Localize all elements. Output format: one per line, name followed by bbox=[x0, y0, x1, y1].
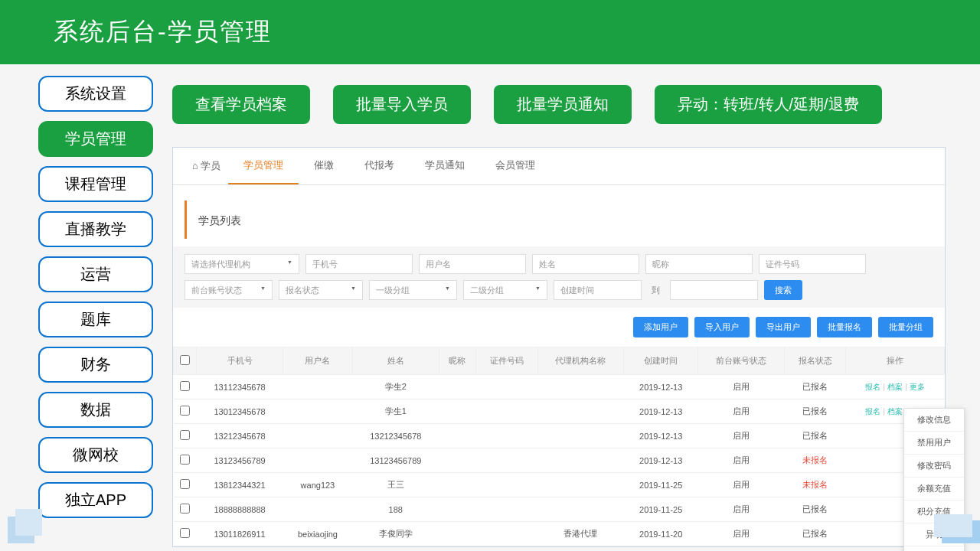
bulk-btn-4[interactable]: 批量分组 bbox=[878, 317, 933, 337]
cell-created: 2019-12-13 bbox=[624, 375, 698, 399]
table-header: 用户名 bbox=[283, 347, 353, 375]
home-icon: ⌂ bbox=[192, 160, 198, 171]
action-btn-2[interactable]: 批量学员通知 bbox=[494, 85, 632, 124]
sidebar-item-5[interactable]: 题库 bbox=[38, 302, 153, 337]
filter-createtime-start[interactable]: 创建时间 bbox=[554, 280, 642, 300]
action-btn-0[interactable]: 查看学员档案 bbox=[172, 85, 310, 124]
filter-createtime-end[interactable] bbox=[670, 280, 758, 300]
row-checkbox[interactable] bbox=[180, 455, 190, 465]
cell-signup-status: 已报名 bbox=[784, 424, 845, 448]
cell-created: 2019-12-13 bbox=[624, 399, 698, 424]
filter-to-label: 到 bbox=[648, 280, 664, 300]
cell-phone: 13011826911 bbox=[197, 522, 283, 546]
row-checkbox[interactable] bbox=[180, 479, 190, 489]
select-all-checkbox[interactable] bbox=[180, 355, 190, 365]
row-checkbox[interactable] bbox=[180, 528, 190, 538]
cell-signup-status: 已报名 bbox=[784, 375, 845, 399]
dropdown-item-2[interactable]: 修改密码 bbox=[904, 455, 964, 478]
action-more[interactable]: 更多 bbox=[910, 383, 925, 391]
cell-username bbox=[283, 497, 353, 522]
sidebar-item-2[interactable]: 课程管理 bbox=[38, 166, 153, 202]
cell-name: 188 bbox=[352, 497, 439, 522]
cell-phone: 18888888888 bbox=[197, 497, 283, 522]
dropdown-item-3[interactable]: 余额充值 bbox=[904, 478, 964, 500]
sidebar-item-7[interactable]: 数据 bbox=[38, 392, 153, 428]
cell-agent: 香港代理 bbox=[537, 522, 624, 546]
sidebar-item-1[interactable]: 学员管理 bbox=[38, 121, 153, 157]
page-title: 系统后台-学员管理 bbox=[0, 0, 980, 64]
action-btn-3[interactable]: 异动：转班/转人/延期/退费 bbox=[655, 85, 882, 124]
sidebar-item-6[interactable]: 财务 bbox=[38, 347, 153, 383]
filter-signup-status[interactable]: 报名状态 bbox=[279, 280, 363, 300]
cell-name: 13212345678 bbox=[352, 424, 439, 448]
cell-signup-status: 已报名 bbox=[784, 522, 845, 546]
table-header: 昵称 bbox=[439, 347, 475, 375]
row-checkbox[interactable] bbox=[180, 430, 190, 440]
bulk-btn-2[interactable]: 导出用户 bbox=[756, 317, 811, 337]
cell-created: 2019-12-13 bbox=[624, 424, 698, 448]
cell-agent bbox=[537, 473, 624, 497]
dropdown-item-0[interactable]: 修改信息 bbox=[904, 409, 964, 432]
filter-idcard[interactable]: 证件号码 bbox=[759, 254, 866, 274]
row-checkbox[interactable] bbox=[180, 504, 190, 514]
cell-idcard bbox=[476, 497, 537, 522]
sidebar-item-8[interactable]: 微网校 bbox=[38, 437, 153, 473]
filter-name[interactable]: 姓名 bbox=[532, 254, 639, 274]
table-row: 13012345678 学生1 2019-12-13 启用 已报名 报名 | 档… bbox=[174, 399, 945, 424]
table-header: 姓名 bbox=[352, 347, 439, 375]
search-button[interactable]: 搜索 bbox=[764, 280, 802, 300]
cell-idcard bbox=[476, 473, 537, 497]
sidebar-item-0[interactable]: 系统设置 bbox=[38, 76, 153, 112]
cell-idcard bbox=[476, 522, 537, 546]
panel-tab-2[interactable]: 代报考 bbox=[349, 148, 410, 184]
action-btn-1[interactable]: 批量导入学员 bbox=[333, 85, 471, 124]
cell-phone: 13123456789 bbox=[197, 448, 283, 473]
cell-signup-status: 未报名 bbox=[784, 473, 845, 497]
sidebar-item-9[interactable]: 独立APP bbox=[38, 482, 153, 518]
action-buttons-row: 查看学员档案批量导入学员批量学员通知异动：转班/转人/延期/退费 bbox=[172, 85, 980, 124]
cell-account-status: 启用 bbox=[698, 424, 785, 448]
panel-home-icon: ⌂ 学员 bbox=[185, 148, 228, 184]
cell-account-status: 启用 bbox=[698, 375, 785, 399]
cell-nickname bbox=[439, 399, 475, 424]
table-header: 手机号 bbox=[197, 347, 283, 375]
cell-created: 2019-12-13 bbox=[624, 448, 698, 473]
filter-agent[interactable]: 请选择代理机构 bbox=[185, 254, 299, 274]
panel-tab-3[interactable]: 学员通知 bbox=[410, 148, 480, 184]
cell-phone: 13112345678 bbox=[197, 375, 283, 399]
filter-account-status[interactable]: 前台账号状态 bbox=[185, 280, 273, 300]
table-row: 13112345678 学生2 2019-12-13 启用 已报名 报名 | 档… bbox=[174, 375, 945, 399]
filter-bar: 请选择代理机构 手机号 用户名 姓名 昵称 证件号码 前台账号状态 报名状态 一… bbox=[173, 246, 945, 308]
cell-signup-status: 已报名 bbox=[784, 399, 845, 424]
table-header: 报名状态 bbox=[784, 347, 845, 375]
dropdown-item-1[interactable]: 禁用用户 bbox=[904, 432, 964, 455]
bulk-btn-0[interactable]: 添加用户 bbox=[633, 317, 688, 337]
list-title: 学员列表 bbox=[185, 201, 945, 239]
sidebar-item-3[interactable]: 直播教学 bbox=[38, 211, 153, 247]
sidebar-item-4[interactable]: 运营 bbox=[38, 256, 153, 292]
table-header: 创建时间 bbox=[624, 347, 698, 375]
bulk-btn-3[interactable]: 批量报名 bbox=[817, 317, 872, 337]
filter-username[interactable]: 用户名 bbox=[419, 254, 526, 274]
action-signup[interactable]: 报名 bbox=[865, 383, 880, 391]
panel-tab-0[interactable]: 学员管理 bbox=[228, 148, 299, 184]
row-checkbox[interactable] bbox=[180, 381, 190, 391]
action-signup[interactable]: 报名 bbox=[865, 407, 880, 416]
bulk-btn-1[interactable]: 导入用户 bbox=[694, 317, 750, 337]
dropdown-item-6[interactable]: 约课 bbox=[904, 546, 964, 551]
filter-nickname[interactable]: 昵称 bbox=[645, 254, 753, 274]
filter-group1[interactable]: 一级分组 bbox=[369, 280, 457, 300]
sidebar: 系统设置学员管理课程管理直播教学运营题库财务数据微网校独立APP bbox=[38, 76, 153, 547]
filter-group2[interactable]: 二级分组 bbox=[463, 280, 547, 300]
action-archive[interactable]: 档案 bbox=[887, 383, 903, 391]
panel-tab-4[interactable]: 会员管理 bbox=[480, 148, 550, 184]
panel-tab-1[interactable]: 催缴 bbox=[299, 148, 349, 184]
decoration-bottom-left bbox=[8, 517, 34, 543]
cell-name: 学生2 bbox=[352, 375, 439, 399]
table-row: 13123456789 13123456789 2019-12-13 启用 未报… bbox=[174, 448, 945, 473]
cell-idcard bbox=[476, 424, 537, 448]
filter-phone[interactable]: 手机号 bbox=[305, 254, 413, 274]
action-archive[interactable]: 档案 bbox=[887, 407, 903, 416]
row-checkbox[interactable] bbox=[180, 406, 190, 416]
content-panel: ⌂ 学员 学员管理催缴代报考学员通知会员管理 学员列表 请选择代理机构 手机号 … bbox=[172, 147, 946, 547]
